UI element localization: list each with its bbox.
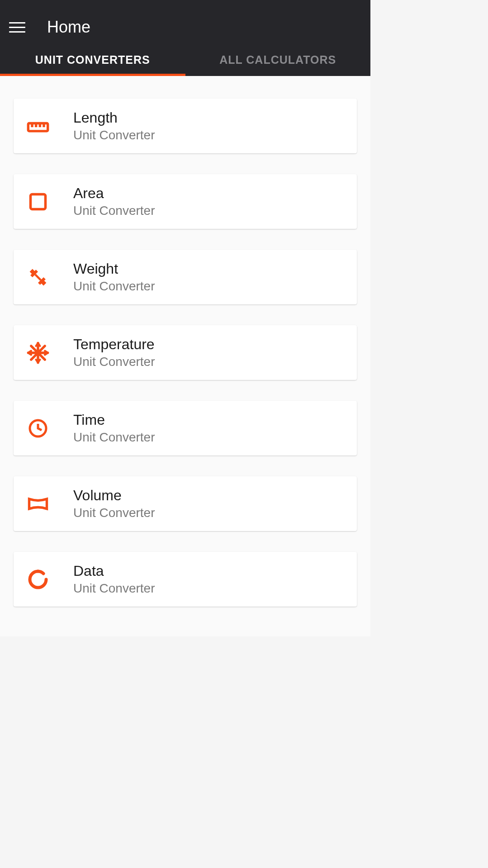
card-text: Area Unit Converter — [73, 185, 155, 218]
tab-bar: UNIT CONVERTERS ALL CALCULATORS — [0, 43, 370, 76]
card-text: Time Unit Converter — [73, 412, 155, 445]
card-text: Temperature Unit Converter — [73, 336, 155, 369]
card-weight[interactable]: Weight Unit Converter — [14, 250, 357, 304]
content-area: Length Unit Converter Area Unit Converte… — [0, 76, 370, 636]
card-length[interactable]: Length Unit Converter — [14, 99, 357, 153]
panorama-icon — [26, 492, 50, 516]
card-text: Length Unit Converter — [73, 109, 155, 142]
card-time[interactable]: Time Unit Converter — [14, 401, 357, 455]
card-subtitle: Unit Converter — [73, 204, 155, 218]
ruler-icon — [26, 114, 50, 138]
card-data[interactable]: Data Unit Converter — [14, 552, 357, 607]
data-icon — [26, 568, 50, 591]
tab-all-calculators[interactable]: ALL CALCULATORS — [185, 43, 371, 76]
card-title: Length — [73, 109, 155, 126]
card-title: Area — [73, 185, 155, 202]
card-title: Data — [73, 563, 155, 579]
menu-icon[interactable] — [9, 19, 25, 35]
card-title: Time — [73, 412, 155, 428]
square-icon — [26, 190, 50, 213]
card-subtitle: Unit Converter — [73, 279, 155, 294]
card-volume[interactable]: Volume Unit Converter — [14, 476, 357, 531]
card-area[interactable]: Area Unit Converter — [14, 174, 357, 229]
tab-unit-converters[interactable]: UNIT CONVERTERS — [0, 43, 185, 76]
page-title: Home — [47, 18, 90, 37]
card-subtitle: Unit Converter — [73, 506, 155, 520]
svg-rect-5 — [31, 194, 46, 209]
app-header: Home UNIT CONVERTERS ALL CALCULATORS — [0, 0, 370, 76]
card-title: Weight — [73, 261, 155, 277]
clock-icon — [26, 417, 50, 440]
card-subtitle: Unit Converter — [73, 128, 155, 142]
card-title: Temperature — [73, 336, 155, 353]
svg-rect-10 — [34, 274, 41, 280]
card-title: Volume — [73, 487, 155, 504]
card-subtitle: Unit Converter — [73, 581, 155, 596]
snowflake-icon — [26, 341, 50, 365]
dumbbell-icon — [26, 266, 50, 289]
card-text: Weight Unit Converter — [73, 261, 155, 294]
header-top-bar: Home — [0, 11, 370, 43]
card-subtitle: Unit Converter — [73, 430, 155, 445]
card-temperature[interactable]: Temperature Unit Converter — [14, 325, 357, 380]
card-text: Volume Unit Converter — [73, 487, 155, 520]
card-subtitle: Unit Converter — [73, 355, 155, 369]
card-text: Data Unit Converter — [73, 563, 155, 596]
